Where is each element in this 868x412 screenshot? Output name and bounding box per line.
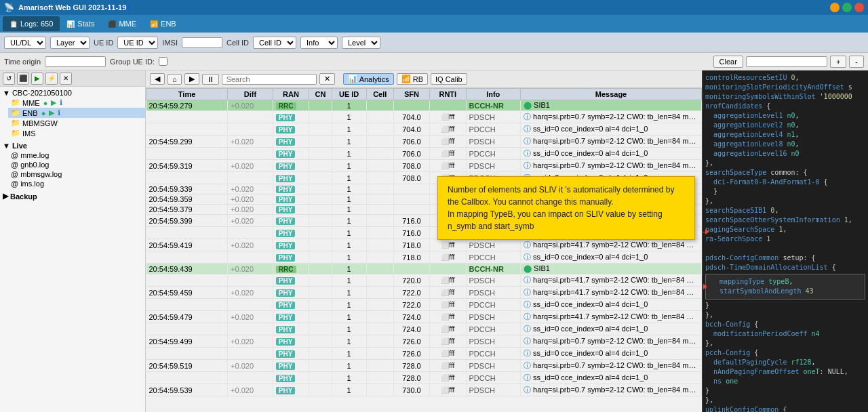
sidebar-item-mme[interactable]: 📁 MME ● ▶ ℹ [8, 98, 145, 108]
sidebar-item-gnb-log[interactable]: @ gnb0.log [8, 160, 145, 169]
cellid-select[interactable]: Cell ID [253, 37, 296, 49]
layer-select[interactable]: LayerPHYMACRRC [50, 37, 90, 49]
table-row[interactable]: PHY 1 722.0 ⬜fff PDCCH ⓘ ss_id=0 cce_ind… [146, 299, 702, 311]
right-panel: controlResourceSetIU 0, monitoringSlotPe… [702, 70, 868, 412]
sidebar-stop-button[interactable]: ⬛ [17, 73, 29, 85]
table-row[interactable]: PHY 1 726.0 ⬜fff PDCCH ⓘ ss_id=0 cce_ind… [146, 348, 702, 360]
pause-button[interactable]: ⏸ [202, 74, 219, 85]
tab-logs[interactable]: 📋 Logs: 650 [3, 16, 60, 31]
clear-button[interactable]: Clear [713, 56, 743, 68]
table-row[interactable]: 20:54:59.419 +0.020 PHY 1 718.0 ⬜fff PDS… [146, 239, 702, 251]
cell-ueid: 1 [332, 172, 366, 184]
nav-back-button[interactable]: ◀ [150, 73, 165, 85]
sidebar-item-mbmsgw-log[interactable]: @ mbmsgw.log [8, 169, 145, 179]
table-row[interactable]: PHY 1 704.0 ⬜fff PDSCH ⓘ harq=si.prb=0.7… [146, 111, 702, 123]
sidebar-item-mbmsgw[interactable]: 📁 MBMSGW [8, 118, 145, 128]
table-row[interactable]: 20:54:59.439 +0.020 RRC 1 BCCH-NR ⬤ SIB1 [146, 264, 702, 274]
level-select[interactable]: Level [342, 37, 380, 49]
folder-icon-enb: 📁 [11, 108, 20, 117]
tab-stats[interactable]: 📊 Stats [60, 16, 101, 31]
table-row[interactable]: PHY 1 724.0 ⬜fff PDCCH ⓘ ss_id=0 cce_ind… [146, 323, 702, 335]
iq-calib-button[interactable]: IQ Calib [431, 73, 467, 85]
cell-cell [366, 184, 393, 194]
file-icon-mbmsgw-log: @ [11, 170, 18, 178]
table-row[interactable]: 20:54:59.279 +0.020 RRC 1 BCCH-NR ⬤ SIB1 [146, 100, 702, 111]
sidebar-item-mme-log[interactable]: @ mme.log [8, 150, 145, 160]
cell-rnti [430, 100, 466, 111]
add-filter-button[interactable]: + [830, 56, 846, 68]
cell-time [146, 172, 228, 184]
log-toolbar: ◀ ⌂ ▶ ⏸ ✕ 📊 Analytics 📶 RB IQ Calib [146, 70, 702, 88]
mode-select[interactable]: UL/DLULDL [4, 37, 46, 49]
sidebar-connect-button[interactable]: ⚡ [45, 73, 58, 85]
search-clear-button[interactable]: ✕ [319, 73, 335, 85]
table-row[interactable]: 20:54:59.299 +0.020 PHY 1 706.0 ⬜fff PDS… [146, 136, 702, 148]
table-row[interactable]: PHY 1 718.0 ⬜fff PDCCH ⓘ ss_id=0 cce_ind… [146, 251, 702, 264]
tab-enb[interactable]: 📶 ENB [143, 16, 183, 31]
cell-rnti: ⬜fff [430, 287, 466, 299]
table-row[interactable]: PHY 1 728.0 ⬜fff PDCCH ⓘ ss_id=0 cce_ind… [146, 372, 702, 384]
time-origin-input[interactable]: 00:00:00.000 [45, 56, 106, 67]
sidebar-start-button[interactable]: ▶ [31, 73, 43, 85]
table-row[interactable]: PHY 1 706.0 ⬜fff PDCCH ⓘ ss_id=0 cce_ind… [146, 148, 702, 160]
nav-home-button[interactable]: ⌂ [167, 74, 182, 85]
table-row[interactable]: PHY 1 720.0 ⬜fff PDSCH ⓘ harq=si.prb=41.… [146, 274, 702, 287]
table-row[interactable]: 20:54:59.499 +0.020 PHY 1 726.0 ⬜fff PDS… [146, 335, 702, 348]
sidebar-close-button[interactable]: ✕ [60, 73, 72, 85]
search-input[interactable] [222, 74, 317, 85]
sidebar-section-backup[interactable]: ▶ Backup [0, 191, 145, 201]
remove-filter-button[interactable]: - [849, 56, 864, 68]
cell-cn [309, 264, 332, 274]
rb-button[interactable]: 📶 RB [397, 73, 428, 85]
cell-info: PDCCH [466, 372, 521, 384]
cell-message: ⓘ ss_id=0 cce_index=0 al=4 dci=1_0 [521, 251, 702, 264]
cell-info: PDCCH [466, 323, 521, 335]
cell-ueid: 1 [332, 311, 366, 323]
filter-value-input[interactable] [746, 56, 827, 67]
phy-badge: PHY [276, 326, 296, 333]
table-row[interactable]: PHY 1 704.0 ⬜fff PDCCH ⓘ ss_id=0 cce_ind… [146, 123, 702, 136]
sidebar-section-live[interactable]: ▼ Live [0, 141, 145, 150]
info-select[interactable]: Info [300, 37, 338, 49]
analytics-label: Analytics [359, 75, 389, 83]
cell-rnti: ⬜fff [430, 160, 466, 172]
cell-ran: PHY [273, 299, 309, 311]
table-row[interactable]: 20:54:59.519 +0.020 PHY 1 728.0 ⬜fff PDS… [146, 360, 702, 372]
table-row[interactable]: 20:54:59.459 +0.020 PHY 1 722.0 ⬜fff PDS… [146, 287, 702, 299]
chart-icon: 📊 [348, 75, 357, 83]
analytics-button[interactable]: 📊 Analytics [343, 73, 394, 85]
cell-cell [366, 100, 393, 111]
table-row[interactable]: 20:54:59.539 +0.020 PHY 1 730.0 ⬜fff PDS… [146, 384, 702, 396]
cell-time: 20:54:59.539 [146, 384, 228, 396]
cell-diff [228, 251, 273, 264]
time-origin-label: Time origin [4, 58, 41, 66]
cell-cn [309, 136, 332, 148]
cell-info: PDSCH [466, 111, 521, 123]
sidebar-toolbar: ↺ ⬛ ▶ ⚡ ✕ [0, 70, 145, 87]
nav-forward-button[interactable]: ▶ [184, 73, 199, 85]
ueid-select[interactable]: UE ID [117, 37, 158, 49]
imsi-input[interactable] [182, 37, 222, 48]
close-button[interactable] [854, 3, 864, 12]
cell-ran: PHY [273, 172, 309, 184]
cell-cell [366, 172, 393, 184]
cell-time: 20:54:59.519 [146, 360, 228, 372]
cell-rnti: ⬜fff [430, 111, 466, 123]
cell-ran: PHY [273, 335, 309, 348]
col-header-sfn: SFN [393, 89, 429, 100]
sidebar-item-cbc[interactable]: ▼ CBC-2021050100 [0, 88, 145, 98]
tab-mme[interactable]: ⬛ MME [101, 16, 143, 31]
group-ueid-checkbox[interactable] [159, 57, 167, 66]
cbc-label: CBC-2021050100 [12, 89, 72, 97]
minimize-button[interactable] [830, 3, 840, 12]
maximize-button[interactable] [842, 3, 852, 12]
sidebar-refresh-button[interactable]: ↺ [3, 73, 15, 85]
col-header-message: Message [521, 89, 702, 100]
table-row[interactable]: 20:54:59.479 +0.020 PHY 1 724.0 ⬜fff PDS… [146, 311, 702, 323]
sidebar-item-ims-log[interactable]: @ ims.log [8, 179, 145, 188]
sidebar-item-enb[interactable]: 📁 ENB ● ▶ ℹ [8, 108, 145, 118]
backup-label: Backup [10, 192, 37, 201]
sidebar-item-ims[interactable]: 📁 IMS [8, 128, 145, 138]
table-row[interactable]: 20:54:59.319 +0.020 PHY 1 708.0 ⬜fff PDS… [146, 160, 702, 172]
info-circle-icon: ⓘ [524, 288, 531, 296]
